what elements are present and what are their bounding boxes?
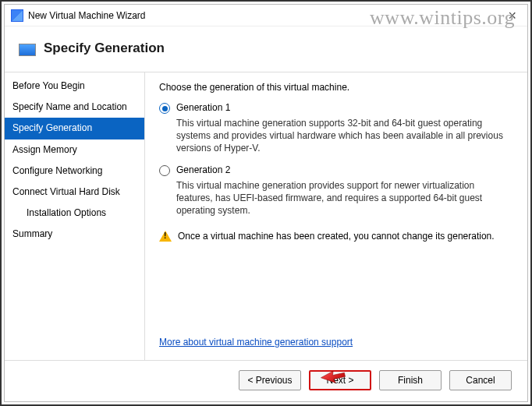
warning-text: Once a virtual machine has been created,… (178, 231, 495, 242)
steps-sidebar: Before You BeginSpecify Name and Locatio… (5, 72, 145, 360)
header-icon (19, 44, 36, 56)
radio-generation-2[interactable]: Generation 2 (159, 164, 513, 176)
warning-icon (159, 231, 172, 242)
close-icon[interactable]: × (503, 9, 521, 23)
radio-generation-1[interactable]: Generation 1 (159, 102, 513, 114)
sidebar-step[interactable]: Summary (5, 224, 144, 245)
sidebar-step[interactable]: Connect Virtual Hard Disk (5, 182, 144, 203)
finish-button[interactable]: Finish (379, 370, 442, 390)
warning-row: Once a virtual machine has been created,… (159, 231, 513, 242)
sidebar-step[interactable]: Configure Networking (5, 161, 144, 182)
option-desc-1: This virtual machine generation supports… (176, 117, 513, 155)
previous-button[interactable]: < Previous (239, 370, 301, 390)
page-title: Specify Generation (44, 41, 520, 56)
intro-text: Choose the generation of this virtual ma… (159, 82, 513, 93)
window-title: New Virtual Machine Wizard (28, 10, 503, 21)
titlebar: New Virtual Machine Wizard × (5, 5, 527, 26)
wizard-dialog: New Virtual Machine Wizard × Specify Gen… (4, 4, 528, 402)
main-panel: Choose the generation of this virtual ma… (145, 72, 527, 360)
wizard-header: Specify Generation (5, 26, 527, 72)
sidebar-step[interactable]: Before You Begin (5, 76, 144, 97)
option-label: Generation 1 (176, 102, 230, 113)
sidebar-step[interactable]: Specify Name and Location (5, 97, 144, 118)
radio-icon (159, 103, 170, 114)
radio-icon (159, 165, 170, 176)
sidebar-step[interactable]: Installation Options (5, 203, 144, 224)
cancel-button[interactable]: Cancel (449, 370, 512, 390)
option-desc-2: This virtual machine generation provides… (176, 179, 513, 217)
next-button[interactable]: Next > (309, 370, 371, 390)
app-icon (11, 9, 23, 22)
wizard-footer: < Previous Next > Finish Cancel (5, 360, 527, 399)
sidebar-step[interactable]: Specify Generation (5, 118, 144, 139)
more-info-link[interactable]: More about virtual machine generation su… (159, 337, 353, 348)
option-label: Generation 2 (176, 164, 230, 175)
sidebar-step[interactable]: Assign Memory (5, 139, 144, 161)
